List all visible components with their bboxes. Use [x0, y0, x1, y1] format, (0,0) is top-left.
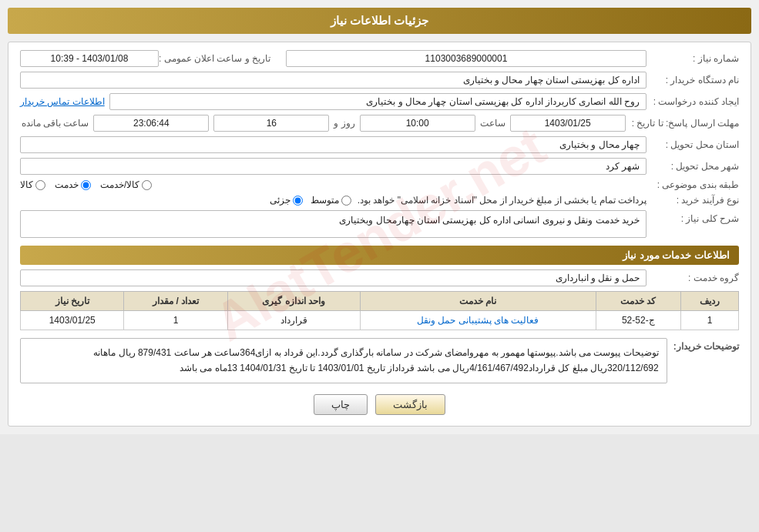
category-kalaKhedmat-option[interactable]: کالا/خدمت [100, 179, 152, 190]
announceDate-value: 1403/01/08 - 10:39 [20, 50, 159, 67]
category-kalaKhedmat-radio[interactable] [142, 180, 152, 190]
category-kala-radio[interactable] [35, 180, 45, 190]
category-kala-label: کالا [20, 179, 33, 190]
buyerNotes-value: توضیحات پیوست می باشد.پیوستها مهمور به م… [20, 338, 667, 383]
buyerOrg-value: اداره کل بهزیستی استان چهار محال و بختیا… [20, 72, 646, 89]
services-table: ردیف کد خدمت نام خدمت واحد اندازه گیری ت… [20, 291, 739, 330]
category-khedmat-label: خدمت [55, 179, 79, 190]
announceDate-label: تاریخ و ساعت اعلان عمومی : [159, 53, 270, 64]
table-row: 1ج-52-52فعالیت های پشتیبانی حمل ونقلقرار… [21, 311, 739, 330]
deliveryCity-value: شهر کرد [20, 158, 646, 175]
col-header-row: ردیف [681, 292, 739, 311]
deadline-date: 1403/01/25 [510, 115, 626, 132]
col-header-serviceName: نام خدمت [360, 292, 596, 311]
category-khedmat-radio[interactable] [81, 180, 91, 190]
contact-info-link[interactable]: اطلاعات تماس خریدار [20, 96, 105, 107]
description-label: شرح کلی نیاز : [646, 210, 739, 224]
col-header-date: تاریخ نیاز [21, 292, 124, 311]
serviceGroup-label: گروه خدمت : [646, 273, 739, 283]
deadline-remaining-label: ساعت باقی مانده [22, 118, 89, 129]
purchaseType-motovaset-label: متوسط [311, 195, 339, 206]
purchaseType-radio-group: متوسط جزئی [270, 195, 351, 206]
deliveryCity-label: شهر محل تحویل : [646, 161, 739, 172]
needNumber-label: شماره نیاز : [646, 53, 739, 64]
purchaseType-label: نوع فرآیند خرید : [646, 195, 739, 206]
deadline-remaining: 23:06:44 [93, 115, 209, 132]
services-section-header: اطلاعات خدمات مورد نیاز [20, 246, 739, 265]
page-title: جزئیات اطلاعات نیاز [8, 8, 751, 34]
purchaseType-motovaset-option[interactable]: متوسط [311, 195, 351, 206]
category-kala-option[interactable]: کالا [20, 179, 45, 190]
serviceGroup-value: حمل و نقل و انبارداری [20, 269, 646, 286]
purchaseType-motovaset-radio[interactable] [341, 196, 351, 206]
purchaseType-desc: پرداخت تمام یا بخشی از مبلغ خریدار از مح… [358, 195, 646, 206]
deadline-time: 10:00 [360, 115, 475, 132]
deliveryProvince-value: چهار محال و بختیاری [20, 136, 646, 153]
purchaseType-jozei-label: جزئی [270, 195, 291, 206]
deadline-label: مهلت ارسال پاسخ: تا تاریخ : [626, 118, 739, 129]
category-label: طبقه بندی موضوعی : [646, 179, 739, 190]
col-header-serviceCode: کد خدمت [596, 292, 680, 311]
buyerNotes-label: توضیحات خریدار: [667, 338, 739, 352]
purchaseType-row: پرداخت تمام یا بخشی از مبلغ خریدار از مح… [20, 195, 646, 206]
requester-label: ایجاد کننده درخواست : [646, 96, 739, 107]
needNumber-value: 1103003689000001 [286, 50, 646, 67]
category-khedmat-option[interactable]: خدمت [55, 179, 91, 190]
purchaseType-jozei-radio[interactable] [293, 196, 303, 206]
deadline-days: 16 [213, 115, 329, 132]
buyerOrg-label: نام دستگاه خریدار : [646, 75, 739, 85]
requester-value: روح الله انصاری کاربرداز اداره کل بهزیست… [109, 93, 646, 110]
print-button[interactable]: چاپ [314, 394, 368, 415]
description-value: خرید خدمت ونقل و نیروی انسانی اداره کل ب… [20, 210, 646, 238]
category-kalaKhedmat-label: کالا/خدمت [100, 179, 139, 190]
category-radio-group: کالا/خدمت خدمت کالا [20, 179, 646, 190]
deadline-time-label: ساعت [480, 118, 505, 129]
purchaseType-jozei-option[interactable]: جزئی [270, 195, 303, 206]
button-row: بازگشت چاپ [20, 394, 739, 415]
back-button[interactable]: بازگشت [375, 394, 445, 415]
col-header-unit: واحد اندازه گیری [227, 292, 360, 311]
deadline-day-label: روز و [334, 118, 354, 129]
col-header-quantity: تعداد / مقدار [124, 292, 227, 311]
deliveryProvince-label: استان محل تحویل : [646, 139, 739, 150]
